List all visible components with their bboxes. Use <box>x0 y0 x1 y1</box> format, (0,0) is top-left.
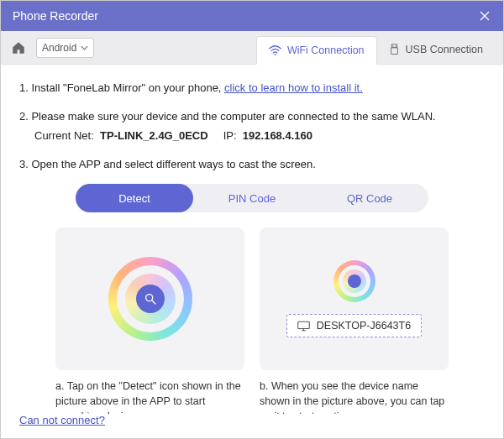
panel-a: a. Tap on the "Detect" icon shown in the… <box>55 227 244 414</box>
wifi-icon <box>269 45 281 55</box>
os-selector-label: Android <box>42 42 76 54</box>
svg-point-0 <box>274 54 276 55</box>
svg-rect-7 <box>298 321 310 328</box>
window-title: Phone Recorder <box>13 9 478 23</box>
segment-detect[interactable]: Detect <box>76 184 193 212</box>
chevron-down-icon <box>81 45 88 50</box>
monitor-icon <box>297 321 310 332</box>
detect-search-badge <box>136 285 165 313</box>
panel-b-caption: b. When you see the device name shown in… <box>260 379 449 414</box>
cast-method-segmented: Detect PIN Code QR Code <box>76 184 428 212</box>
step-1-text: 1. Install "FoneLab Mirror" on your phon… <box>19 81 224 94</box>
tab-wifi-label: WiFi Connection <box>287 44 365 56</box>
svg-rect-1 <box>391 44 396 48</box>
device-ring-center <box>348 274 361 288</box>
segment-qrcode[interactable]: QR Code <box>311 184 428 212</box>
step-1: 1. Install "FoneLab Mirror" on your phon… <box>19 80 485 97</box>
detect-ring-icon <box>108 257 192 341</box>
titlebar: Phone Recorder <box>1 1 503 31</box>
home-icon <box>11 40 26 55</box>
device-chip: DESKTOP-J6643T6 <box>286 314 422 337</box>
close-button[interactable] <box>478 9 491 23</box>
step-2-netinfo: Current Net: TP-LINK_2.4G_0ECD IP: 192.1… <box>34 128 485 144</box>
tab-usb-connection[interactable]: USB Connection <box>377 35 495 64</box>
app-window: Phone Recorder Android WiFi Connection U… <box>0 0 504 439</box>
close-icon <box>480 11 490 21</box>
tab-usb-label: USB Connection <box>406 44 483 55</box>
ip-value: 192.168.4.160 <box>243 129 312 142</box>
step-2: 2. Please make sure your device and the … <box>19 108 485 144</box>
tab-wifi-connection[interactable]: WiFi Connection <box>256 36 377 65</box>
ip-label: IP: <box>223 129 237 142</box>
search-icon <box>144 292 157 306</box>
panel-b-illustration: DESKTOP-J6643T6 <box>260 227 449 370</box>
usb-icon <box>389 44 400 55</box>
instruction-panels: a. Tap on the "Detect" icon shown in the… <box>19 227 485 414</box>
device-ring-icon <box>333 260 375 302</box>
step-3: 3. Open the APP and select different way… <box>19 156 485 173</box>
connection-tabs: WiFi Connection USB Connection <box>256 31 495 64</box>
segment-pincode[interactable]: PIN Code <box>193 184 311 212</box>
currentnet-label: Current Net: <box>34 129 94 142</box>
os-selector[interactable]: Android <box>36 38 94 58</box>
svg-rect-2 <box>391 48 397 55</box>
panel-a-caption: a. Tap on the "Detect" icon shown in the… <box>55 379 244 414</box>
panel-b: DESKTOP-J6643T6 b. When you see the devi… <box>260 227 449 414</box>
device-name-value: DESKTOP-J6643T6 <box>317 320 411 332</box>
currentnet-value: TP-LINK_2.4G_0ECD <box>100 129 208 142</box>
content-area: 1. Install "FoneLab Mirror" on your phon… <box>1 65 503 414</box>
svg-line-6 <box>152 301 155 304</box>
home-button[interactable] <box>9 39 28 57</box>
svg-point-5 <box>145 295 152 301</box>
toolbar: Android WiFi Connection USB Connection <box>1 31 503 65</box>
footer: Can not connect? <box>1 414 503 438</box>
cannot-connect-link[interactable]: Can not connect? <box>19 414 105 426</box>
install-help-link[interactable]: click to learn how to install it. <box>224 81 363 94</box>
step-2-text: 2. Please make sure your device and the … <box>19 108 485 125</box>
panel-a-illustration <box>55 227 244 370</box>
